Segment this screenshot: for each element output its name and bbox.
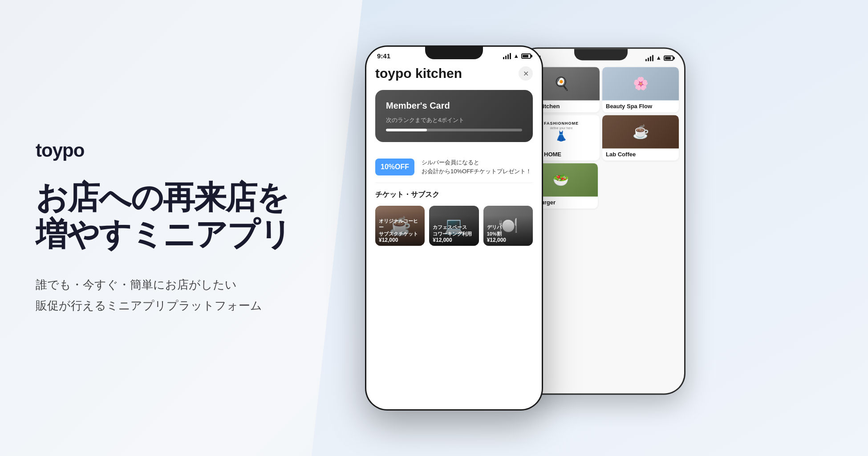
ticket-price-delivery: ¥12,000 [487, 237, 529, 243]
close-button[interactable]: ✕ [519, 66, 533, 81]
ticket-card-delivery[interactable]: 🍽️ デリバ10%割 ¥12,000 [483, 206, 533, 246]
hero-headline: お店への再来店を 増やすミニアプリ [36, 179, 303, 253]
notch-second [574, 49, 628, 60]
card-subtitle: 次のランクまであと4ポイント [386, 116, 522, 124]
signal-icon [645, 55, 653, 61]
wifi-icon: ▲ [656, 54, 661, 61]
battery-icon-main [521, 53, 531, 59]
store-img-coffee: ☕ [602, 115, 679, 148]
brand-logo: toypo [36, 140, 303, 161]
ticket-img-coffee: ☕ オリジナルコーヒーサブスクチケット ¥12,000 [375, 206, 425, 246]
status-icons-main: ▲ [503, 53, 531, 59]
ticket-img-laptop: 💻 カフェスペースコワーキング利用 ¥12,000 [429, 206, 479, 246]
ticket-card-coworking[interactable]: 💻 カフェスペースコワーキング利用 ¥12,000 [429, 206, 479, 246]
hero-subtext: 誰でも・今すぐ・簡単にお店がしたい 販促が行えるミニアプリプラットフォーム [36, 274, 303, 316]
left-panel: toypo お店への再来店を 増やすミニアプリ 誰でも・今すぐ・簡単にお店がした… [0, 0, 338, 456]
spa-icon: 🌸 [633, 76, 649, 91]
right-panel: 9:41 ▲ [338, 0, 868, 456]
store-row-2: FASHIONHOME define your here 👗 ISION HOM… [523, 115, 679, 160]
ticket-card-coffee[interactable]: ☕ オリジナルコーヒーサブスクチケット ¥12,000 [375, 206, 425, 246]
ticket-cards: ☕ オリジナルコーヒーサブスクチケット ¥12,000 💻 [375, 206, 533, 246]
signal-icon-main [503, 53, 511, 59]
store-name-coffee: Lab Coffee [602, 148, 679, 160]
ticket-overlay-coffee: オリジナルコーヒーサブスクチケット ¥12,000 [375, 209, 425, 246]
progress-bar-fill [386, 129, 427, 131]
store-row-1: 🍳 ypo Kitchen 🌸 Beauty Spa Flow [523, 67, 679, 112]
ticket-overlay-laptop: カフェスペースコワーキング利用 ¥12,000 [429, 215, 479, 246]
page: toypo お店への再来店を 増やすミニアプリ 誰でも・今すぐ・簡単にお店がした… [0, 0, 868, 456]
ticket-name-delivery: デリバ10%割 [487, 224, 529, 237]
store-item-coffee[interactable]: ☕ Lab Coffee [602, 115, 679, 160]
ticket-img-delivery: 🍽️ デリバ10%割 ¥12,000 [483, 206, 533, 246]
notch-main [425, 47, 483, 59]
burger-icon: 🥗 [552, 172, 569, 187]
store-name-spa: Beauty Spa Flow [602, 100, 679, 112]
discount-banner: 10%OFF シルバー会員になるとお会計から10%OFFチケットプレゼント！ [375, 151, 533, 183]
coffee-icon: ☕ [633, 124, 649, 139]
card-title: Member's Card [386, 101, 522, 111]
ticket-section-title: チケット・サブスク [375, 190, 533, 200]
status-icons-second: ▲ [645, 54, 673, 61]
ticket-overlay-delivery: デリバ10%割 ¥12,000 [483, 215, 533, 246]
members-card: Member's Card 次のランクまであと4ポイント [375, 90, 533, 142]
discount-text: シルバー会員になるとお会計から10%OFFチケットプレゼント！ [422, 158, 531, 175]
phones-container: 9:41 ▲ [338, 0, 868, 456]
store-img-spa: 🌸 [602, 67, 679, 100]
store-row-3: 🥗 lad Burger [523, 163, 679, 208]
ticket-price-coffee: ¥12,000 [379, 237, 421, 243]
ticket-price-coworking: ¥12,000 [433, 237, 475, 243]
wifi-icon-main: ▲ [513, 53, 519, 59]
app-title-bar: toypo kitchen ✕ [375, 61, 533, 90]
battery-icon [664, 55, 673, 61]
ticket-name-coffee: オリジナルコーヒーサブスクチケット [379, 218, 421, 237]
progress-bar-bg [386, 129, 522, 131]
store-item-spa[interactable]: 🌸 Beauty Spa Flow [602, 67, 679, 112]
time-main: 9:41 [377, 52, 390, 60]
phone-main: 9:41 ▲ [365, 45, 543, 411]
app-title: toypo kitchen [375, 66, 462, 81]
kitchen-icon: 🍳 [553, 76, 570, 91]
ticket-name-coworking: カフェスペースコワーキング利用 [433, 224, 475, 237]
discount-badge: 10%OFF [375, 159, 414, 175]
app-content: toypo kitchen ✕ Member's Card 次のランクまであと4… [366, 61, 542, 246]
phone-main-screen: 9:41 ▲ [366, 47, 542, 409]
